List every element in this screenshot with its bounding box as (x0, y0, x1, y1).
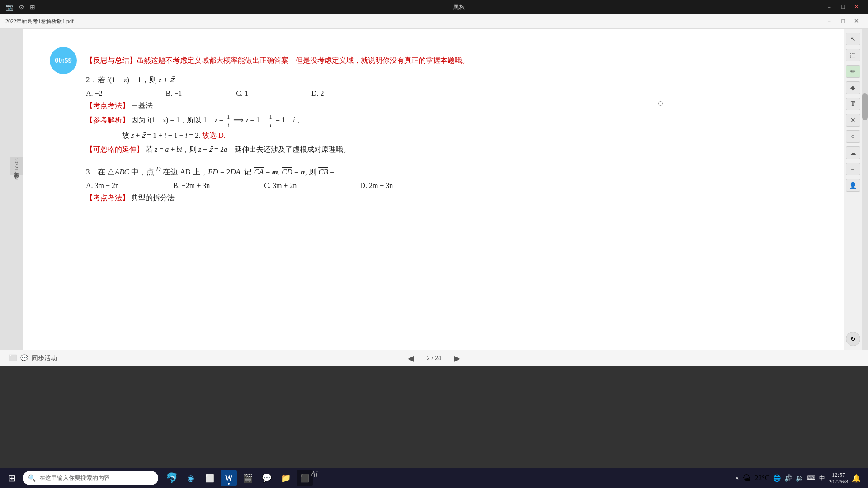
start-button[interactable]: ⊞ (4, 470, 20, 486)
speaker-icon[interactable]: 🔊 (784, 474, 792, 482)
q2-solution-label: 【参考解析】 (86, 116, 129, 124)
stack-tool[interactable]: ≡ (846, 163, 860, 175)
keyboard-icon[interactable]: ⌨ (807, 474, 816, 482)
camtasia-icon[interactable]: 🎬 (240, 470, 256, 486)
taskbar: ⊞ 🔍 在这里输入你要搜索的内容 🐬 ◉ ⬜ W 🎬 💬 📁 ⬛ (0, 468, 868, 488)
side-tab-label: 2022年新高考1卷... (10, 157, 23, 175)
ime-icon[interactable]: 中 (819, 474, 825, 482)
folder-icon[interactable]: 📁 (278, 470, 294, 486)
q2-opt-b: B. −1 (166, 89, 182, 98)
q2-opt-d: D. 2 (311, 89, 324, 98)
q2-method-value: 三基法 (131, 102, 153, 109)
pdf-maximize[interactable]: □ (838, 18, 849, 26)
titlebar: 📷 ⚙ ⊞ 黑板 － □ ✕ (0, 0, 868, 14)
pen-tool[interactable]: ✏ (846, 65, 860, 78)
taskbar-icons: 🐬 ◉ ⬜ W 🎬 💬 📁 ⬛ (164, 470, 313, 486)
q3-opt-a: A. 3m − 2n (86, 182, 119, 190)
fish-decoration: 🐬 (164, 470, 180, 486)
settings-icon[interactable]: ⚙ (19, 4, 24, 11)
q2-opt-a: A. −2 (86, 89, 103, 98)
view-toggle[interactable]: ⬜ (9, 354, 17, 362)
titlebar-left: 📷 ⚙ ⊞ (5, 4, 96, 11)
q3-problem-line: 3．在 △ABC 中，点 D 在边 AB 上，BD = 2DA. 记 CA = … (86, 165, 807, 177)
maximize-button[interactable]: □ (838, 3, 849, 11)
scrollbar[interactable] (862, 29, 868, 350)
q2-solution-line: 【参考解析】 因为 i(1 − z) = 1，所以 1 − z = 1i ⟹ z… (86, 113, 807, 128)
q2-label: 2．若 i(1 − z) = 1，则 z + z̄ = (86, 75, 180, 84)
timer-value: 00:59 (55, 56, 71, 65)
close-button[interactable]: ✕ (850, 3, 863, 11)
prev-page-button[interactable]: ◀ (404, 353, 418, 363)
pdf-close[interactable]: ✕ (850, 18, 863, 26)
comment-btn[interactable]: 💬 (20, 354, 28, 362)
word-icon[interactable]: W (221, 470, 237, 486)
reflection-text: 【反思与总结】虽然这题不考虑定义域都大概率能做出正确答案，但是没考虑定义域，就说… (86, 56, 469, 64)
q2-section: 2．若 i(1 − z) = 1，则 z + z̄ = A. −2 B. −1 … (86, 75, 807, 155)
wechat-icon[interactable]: 💬 (259, 470, 275, 486)
annotation-dot (658, 101, 663, 106)
nav-bar: ⬜ 💬 同步活动 ◀ 2 / 24 ▶ (0, 350, 868, 366)
system-tray: ∧ 🌤 22°C 🌐 🔊 🔉 ⌨ 中 12:57 2022/6/8 🔔 (735, 471, 864, 485)
ai-label: Ai (300, 461, 328, 488)
search-bar[interactable]: 🔍 在这里输入你要搜索的内容 (23, 471, 158, 485)
q2-solution-text: 因为 i(1 − z) = 1，所以 1 − z = 1i ⟹ z = 1 − … (131, 116, 302, 124)
pdf-filename: 2022年新高考1卷解析版1.pdf (5, 18, 823, 25)
q2-opt-c: C. 1 (236, 89, 248, 98)
page-indicator: 2 / 24 (427, 355, 441, 362)
person-tool[interactable]: 👤 (846, 179, 860, 192)
scroll-indicator[interactable]: ↻ (846, 332, 860, 346)
text-tool[interactable]: T (846, 98, 860, 110)
q2-method-label: 【考点考法】 (86, 102, 129, 109)
q3-options: A. 3m − 2n B. −2m + 3n C. 3m + 2n D. 2m … (86, 182, 807, 190)
appbar: 2022年新高考1卷解析版1.pdf － □ ✕ (0, 14, 868, 29)
q2-extension-text: 若 z = a + bi，则 z + z̄ = 2a，延伸出去还涉及了虚根成对原… (146, 145, 350, 153)
minimize-button[interactable]: － (823, 3, 836, 11)
q2-problem-line: 2．若 i(1 − z) = 1，则 z + z̄ = (86, 75, 807, 85)
q3-text: 3．在 △ABC 中，点 D 在边 AB 上，BD = 2DA. 记 CA = … (86, 168, 335, 176)
grid-icon[interactable]: ⊞ (30, 4, 35, 11)
q2-options: A. −2 B. −1 C. 1 D. 2 (86, 89, 807, 98)
circle-tool[interactable]: ○ (846, 130, 860, 143)
current-date: 2022/6/8 (829, 479, 848, 485)
left-panel: 2022年新高考1卷... (0, 29, 23, 350)
q2-method-line: 【考点考法】 三基法 (86, 101, 807, 111)
task-view-icon[interactable]: ⬜ (202, 470, 218, 486)
app-title: 黑板 (96, 3, 823, 11)
notification-btn[interactable]: 🔔 (852, 474, 861, 483)
temperature: 22°C (755, 474, 769, 482)
pdf-content: 00:59 【反思与总结】虽然这题不考虑定义域都大概率能做出正确答案，但是没考虑… (23, 29, 844, 350)
pdf-minimize[interactable]: － (823, 18, 836, 26)
search-icon: 🔍 (28, 474, 36, 482)
right-toolbar: ↖ ⬚ ✏ ◆ T ✕ ○ ☁ ≡ 👤 ↻ (844, 29, 862, 350)
clock[interactable]: 12:57 2022/6/8 (829, 471, 848, 485)
cloud-tool[interactable]: ☁ (846, 146, 860, 159)
sync-btn[interactable]: 同步活动 (32, 354, 57, 362)
weather-icon: 🌤 (743, 474, 751, 483)
select-tool[interactable]: ⬚ (846, 49, 860, 61)
eraser-tool[interactable]: ✕ (846, 114, 860, 127)
reflection-section: 【反思与总结】虽然这题不考虑定义域都大概率能做出正确答案，但是没考虑定义域，就说… (86, 56, 807, 66)
cursor-tool[interactable]: ↖ (846, 33, 860, 45)
cortana-icon[interactable]: ◉ (183, 470, 199, 486)
diamond-tool[interactable]: ◆ (846, 81, 860, 94)
windows-icon: ⊞ (8, 473, 16, 483)
q3-method-label: 【考点考法】 (86, 194, 129, 202)
network-icon[interactable]: 🌐 (773, 474, 781, 482)
q2-extension-line: 【可忽略的延伸】 若 z = a + bi，则 z + z̄ = 2a，延伸出去… (86, 145, 807, 155)
scrollbar-thumb[interactable] (862, 93, 868, 120)
q2-extension-label: 【可忽略的延伸】 (86, 145, 144, 153)
timer-badge: 00:59 (50, 47, 77, 74)
q2-therefore-text: 故 z + z̄ = 1 + i + 1 − i = 2. (122, 131, 202, 139)
current-time: 12:57 (829, 471, 848, 479)
q3-opt-b: B. −2m + 3n (173, 182, 210, 190)
q3-section: 3．在 △ABC 中，点 D 在边 AB 上，BD = 2DA. 记 CA = … (86, 165, 807, 203)
q3-method-line: 【考点考法】 典型的拆分法 (86, 193, 807, 203)
q2-answer: 故选 D. (202, 131, 226, 139)
volume-icon[interactable]: 🔉 (796, 474, 803, 482)
q2-therefore-line: 故 z + z̄ = 1 + i + 1 − i = 2. 故选 D. (86, 131, 807, 141)
next-page-button[interactable]: ▶ (450, 353, 464, 363)
q3-opt-d: D. 2m + 3n (360, 182, 393, 190)
camera-icon[interactable]: 📷 (5, 4, 13, 11)
expand-tray[interactable]: ∧ (735, 475, 739, 482)
search-text[interactable]: 在这里输入你要搜索的内容 (39, 474, 110, 482)
